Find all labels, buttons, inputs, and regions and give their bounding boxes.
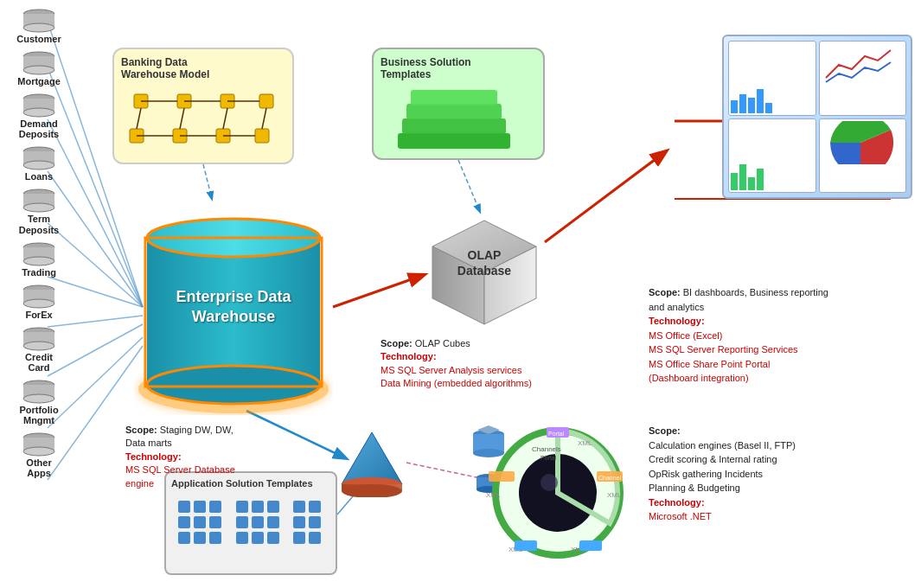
svg-rect-54 — [259, 94, 273, 108]
svg-line-59 — [137, 108, 141, 129]
svg-line-65 — [262, 108, 266, 129]
svg-point-26 — [23, 66, 54, 74]
svg-rect-117 — [209, 516, 221, 528]
banking-box: Banking Data Warehouse Model — [112, 48, 294, 164]
svg-rect-108 — [579, 540, 602, 551]
bi-panel-3 — [728, 118, 816, 194]
svg-rect-114 — [209, 501, 221, 513]
bi-panel-4 — [819, 118, 907, 194]
datasource-mortgage: Mortgage — [0, 51, 78, 86]
svg-rect-112 — [178, 501, 190, 513]
svg-text:XML: XML — [578, 439, 592, 447]
svg-rect-123 — [267, 501, 279, 513]
svg-rect-58 — [255, 129, 269, 143]
svg-rect-71 — [406, 104, 502, 119]
svg-line-10 — [203, 164, 212, 199]
svg-text:Portal: Portal — [548, 431, 565, 437]
svg-rect-129 — [267, 532, 279, 544]
olap-container: OLAP Database — [424, 212, 545, 333]
svg-text:XML: XML — [486, 491, 501, 499]
datasource-credit-card: CreditCard — [0, 327, 78, 373]
svg-text:XML: XML — [607, 491, 622, 499]
network-diagram — [121, 86, 285, 163]
svg-rect-130 — [293, 501, 305, 513]
svg-rect-75 — [147, 238, 320, 385]
scope-olap: Scope: OLAP Cubes Technology: MS SQL Ser… — [381, 337, 562, 391]
svg-rect-124 — [236, 516, 248, 528]
svg-rect-128 — [252, 532, 264, 544]
etl-triangle — [337, 428, 406, 497]
banking-box-title: Banking Data Warehouse Model — [121, 56, 285, 80]
svg-line-60 — [180, 108, 184, 129]
bi-panel-1 — [728, 41, 816, 116]
svg-rect-110 — [489, 471, 515, 482]
svg-rect-109 — [515, 540, 537, 551]
svg-rect-113 — [194, 501, 206, 513]
svg-rect-115 — [178, 516, 190, 528]
datasource-trading: Trading — [0, 242, 78, 278]
data-sources-panel: Customer Mortgage DemandDeposits Loans T… — [0, 0, 78, 588]
svg-rect-132 — [293, 516, 305, 528]
bst-box: Business Solution Templates — [372, 48, 545, 160]
svg-line-13 — [545, 151, 666, 242]
svg-rect-133 — [309, 516, 321, 528]
datasource-customer: Customer — [0, 9, 78, 44]
svg-rect-118 — [178, 532, 190, 544]
svg-point-41 — [23, 299, 54, 308]
svg-rect-134 — [293, 532, 305, 544]
svg-rect-120 — [209, 532, 221, 544]
svg-point-44 — [23, 342, 54, 350]
svg-point-35 — [23, 203, 54, 212]
svg-text:Channels: Channels — [532, 445, 561, 453]
bst-layers-diagram — [381, 86, 536, 166]
scope-edw: Scope: Staging DW, DW,Data marts Technol… — [125, 424, 298, 490]
scope-bi: Scope: BI dashboards, Business reporting… — [649, 285, 856, 386]
svg-point-38 — [23, 257, 54, 265]
svg-rect-121 — [236, 501, 248, 513]
bst-box-title: Business Solution Templates — [381, 56, 536, 80]
datasource-demand-deposits: DemandDeposits — [0, 93, 78, 139]
svg-rect-72 — [411, 90, 497, 105]
svg-line-11 — [458, 160, 480, 212]
edw-container: Enterprise Data Warehouse — [134, 199, 333, 415]
scope-calc: Scope: Calculation engines (Basel II, FT… — [649, 424, 873, 524]
bi-panel-2 — [819, 41, 907, 116]
svg-text:Channel: Channel — [598, 475, 622, 481]
circular-diagram: XML XML XML XML XML Channels Portal Port… — [484, 424, 631, 562]
datasource-forex: ForEx — [0, 284, 78, 320]
svg-rect-69 — [398, 133, 510, 149]
svg-rect-126 — [267, 516, 279, 528]
svg-rect-122 — [252, 501, 264, 513]
datasource-other-apps: OtherApps — [0, 432, 78, 478]
svg-point-111 — [540, 474, 558, 491]
svg-line-64 — [223, 108, 227, 129]
datasource-portfolio: PortfolioMngmt — [0, 380, 78, 425]
svg-point-47 — [23, 394, 54, 403]
svg-point-23 — [23, 23, 54, 32]
svg-point-29 — [23, 108, 54, 117]
bi-screenshot — [722, 35, 912, 199]
svg-point-50 — [23, 447, 54, 456]
svg-text:Portal: Portal — [540, 455, 557, 461]
svg-line-12 — [333, 275, 424, 307]
svg-marker-84 — [342, 432, 402, 484]
svg-rect-116 — [194, 516, 206, 528]
svg-rect-131 — [309, 501, 321, 513]
svg-rect-135 — [309, 532, 321, 544]
svg-rect-127 — [236, 532, 248, 544]
datasource-loans: Loans — [0, 146, 78, 182]
svg-rect-125 — [252, 516, 264, 528]
svg-rect-70 — [402, 118, 506, 134]
datasource-term-deposits: TermDeposits — [0, 189, 78, 234]
svg-rect-119 — [194, 532, 206, 544]
svg-point-32 — [23, 161, 54, 169]
